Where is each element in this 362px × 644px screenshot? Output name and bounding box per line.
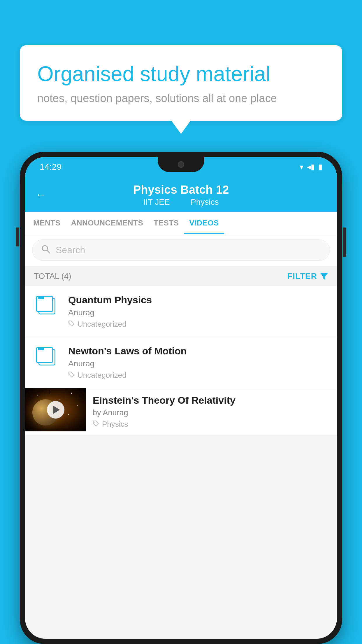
status-bar: 14:29 ▾ ◂▮ ▮ [25, 157, 337, 177]
search-container: Search [25, 234, 337, 266]
tab-ments[interactable]: MENTS [28, 212, 66, 234]
tabs-bar: MENTS ANNOUNCEMENTS TESTS VIDEOS [25, 212, 337, 234]
video-tag-text: Uncategorized [78, 371, 126, 380]
notch [158, 157, 204, 172]
bubble-title: Organised study material [37, 61, 325, 86]
svg-point-4 [70, 372, 71, 373]
video-author: by Anurag [93, 408, 331, 417]
video-info: Einstein's Theory Of Relativity by Anura… [86, 388, 337, 435]
total-count: TOTAL (4) [34, 272, 71, 281]
header-subtitle-separator [179, 197, 184, 206]
video-tag: Uncategorized [68, 371, 328, 380]
list-item[interactable]: Newton's Laws of Motion Anurag Uncategor… [25, 337, 337, 388]
phone-screen: 14:29 ▾ ◂▮ ▮ ← Physics Batch 12 IIT JEE … [25, 157, 337, 639]
thumb-background [25, 388, 86, 431]
folder-icon-wrap [34, 345, 60, 367]
video-tag: Physics [93, 420, 331, 429]
video-info: Quantum Physics Anurag Uncategorized [68, 294, 328, 329]
back-button[interactable]: ← [35, 188, 46, 201]
tag-icon [93, 420, 99, 428]
video-info: Newton's Laws of Motion Anurag Uncategor… [68, 345, 328, 380]
folder-icon [36, 296, 58, 316]
svg-line-1 [47, 250, 50, 253]
speech-bubble-container: Organised study material notes, question… [20, 45, 342, 121]
status-time: 14:29 [40, 162, 61, 172]
folder-icon-wrap [34, 294, 60, 316]
video-tag-text: Uncategorized [78, 320, 126, 329]
filter-bar: TOTAL (4) FILTER [25, 266, 337, 286]
app-header: ← Physics Batch 12 IIT JEE Physics [25, 177, 337, 212]
video-tag: Uncategorized [68, 320, 328, 329]
play-triangle-icon [53, 405, 60, 414]
filter-label: FILTER [287, 272, 317, 281]
svg-point-5 [94, 421, 95, 422]
play-button[interactable] [47, 401, 64, 419]
header-subtitle-part2: Physics [191, 197, 219, 206]
wifi-icon: ▾ [300, 162, 303, 172]
video-title: Quantum Physics [68, 294, 328, 306]
folder-icon [36, 347, 58, 367]
header-subtitle: IIT JEE Physics [38, 197, 324, 207]
video-author: Anurag [68, 359, 328, 368]
tab-tests[interactable]: TESTS [148, 212, 184, 234]
header-subtitle-part1: IIT JEE [143, 197, 170, 206]
bubble-subtitle: notes, question papers, solutions all at… [37, 92, 325, 105]
video-list: Quantum Physics Anurag Uncategorized [25, 286, 337, 435]
video-author: Anurag [68, 308, 328, 317]
speech-bubble: Organised study material notes, question… [20, 45, 342, 121]
phone-wrapper: 14:29 ▾ ◂▮ ▮ ← Physics Batch 12 IIT JEE … [20, 152, 342, 644]
tab-announcements[interactable]: ANNOUNCEMENTS [66, 212, 149, 234]
status-icons: ▾ ◂▮ ▮ [300, 162, 322, 172]
camera-dot [178, 161, 184, 168]
search-placeholder: Search [56, 245, 85, 256]
tag-icon [68, 371, 75, 379]
svg-marker-2 [320, 273, 328, 280]
tag-icon [68, 320, 75, 328]
filter-button[interactable]: FILTER [287, 272, 328, 281]
svg-point-3 [70, 321, 71, 322]
video-title: Einstein's Theory Of Relativity [93, 395, 331, 406]
video-title: Newton's Laws of Motion [68, 345, 328, 357]
video-tag-text: Physics [102, 420, 128, 429]
search-icon [41, 244, 50, 256]
search-bar[interactable]: Search [32, 239, 330, 261]
video-thumbnail [25, 388, 86, 431]
phone-outer: 14:29 ▾ ◂▮ ▮ ← Physics Batch 12 IIT JEE … [20, 152, 342, 644]
tab-videos[interactable]: VIDEOS [184, 212, 224, 234]
signal-icon: ◂▮ [307, 162, 315, 172]
page-front [36, 347, 53, 363]
page-front [36, 296, 53, 312]
list-item[interactable]: Quantum Physics Anurag Uncategorized [25, 286, 337, 337]
list-item[interactable]: Einstein's Theory Of Relativity by Anura… [25, 388, 337, 435]
battery-icon: ▮ [318, 162, 322, 172]
header-title: Physics Batch 12 [38, 183, 324, 196]
